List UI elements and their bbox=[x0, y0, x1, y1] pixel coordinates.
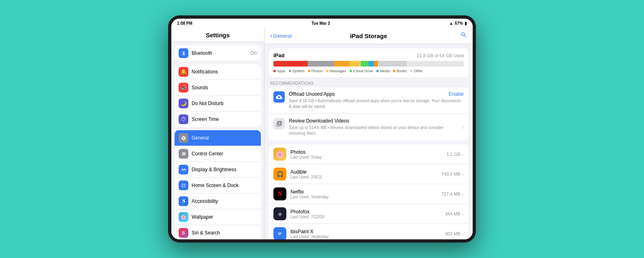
storage-used-text: 21.8 GB of 64 GB Used bbox=[417, 53, 464, 58]
sidebar-item-notifications[interactable]: 🔔 Notifications bbox=[175, 64, 261, 80]
storage-bar bbox=[273, 61, 464, 67]
display-icon: AA bbox=[179, 165, 188, 174]
sidebar-section-alerts: 🔔 Notifications 🔊 Sounds 🌙 bbox=[175, 64, 261, 127]
legend-icloud: iCloud Drive bbox=[350, 69, 373, 73]
sidebar-section-bluetooth: Bluetooth On bbox=[175, 45, 261, 61]
sidebar-item-wallpaper[interactable]: 🌸 Wallpaper bbox=[175, 209, 261, 225]
legend-dot-messages bbox=[326, 70, 328, 72]
sidebar-title: Settings bbox=[206, 32, 230, 39]
storage-legend: Apps System Photos bbox=[273, 69, 464, 73]
legend-apps: Apps bbox=[273, 69, 286, 73]
home-screen-icon: ⊡ bbox=[179, 181, 188, 190]
legend-dot-apps bbox=[273, 70, 276, 72]
status-date: Tue Mar 2 bbox=[311, 21, 330, 26]
siri-icon: S bbox=[179, 228, 188, 238]
photos-app-info: Photos Last Used: Today bbox=[290, 149, 446, 159]
photos-app-icon: 🌸 bbox=[273, 148, 286, 161]
videos-content: Review Downloaded Videos Save up to 514.… bbox=[289, 118, 459, 136]
app-row-netflix[interactable]: N Netflix Last Used: Yesterday 727.4 MB … bbox=[269, 184, 469, 204]
sidebar-item-display[interactable]: AA Display & Brightness bbox=[175, 162, 261, 178]
accessibility-label: Accessibility bbox=[192, 198, 257, 204]
screen-time-label: Screen Time bbox=[192, 116, 257, 122]
videos-title: Review Downloaded Videos bbox=[289, 118, 349, 124]
photofox-app-arrow-icon: › bbox=[462, 211, 464, 217]
audible-app-arrow-icon: › bbox=[462, 171, 464, 177]
app-row-photos[interactable]: 🌸 Photos Last Used: Today 1.1 GB › bbox=[269, 144, 469, 164]
netflix-app-date: Last Used: Yesterday bbox=[290, 195, 441, 199]
battery-icon: ▮ bbox=[465, 21, 467, 26]
sidebar-item-general[interactable]: General bbox=[175, 130, 261, 146]
right-panel: ‹ General iPad Storage iPad 21.8 GB of 6… bbox=[264, 28, 473, 239]
photofox-app-info: Photofox Last Used: 7/22/20 bbox=[290, 209, 445, 219]
storage-device-name: iPad bbox=[273, 52, 284, 58]
rec-offload: Offload Unused Apps Enable Save 4.18 GB … bbox=[269, 87, 469, 114]
netflix-app-name: Netflix bbox=[290, 189, 441, 195]
offload-title-row: Offload Unused Apps Enable bbox=[289, 91, 464, 97]
rec-videos[interactable]: Review Downloaded Videos Save up to 514.… bbox=[269, 114, 469, 140]
sidebar-item-do-not-disturb[interactable]: 🌙 Do Not Disturb bbox=[175, 96, 261, 112]
ipad-screen: 1:08 PM Tue Mar 2 ▲ 67% ▮ Settings bbox=[171, 19, 473, 239]
videos-title-row: Review Downloaded Videos bbox=[289, 118, 459, 124]
audible-app-icon: 🎧 bbox=[273, 168, 286, 181]
back-button[interactable]: ‹ General bbox=[270, 32, 292, 39]
app-row-photofox[interactable]: ◈ Photofox Last Used: 7/22/20 344 MB › bbox=[269, 204, 469, 224]
notifications-icon: 🔔 bbox=[179, 67, 188, 77]
netflix-app-info: Netflix Last Used: Yesterday bbox=[290, 189, 441, 199]
sidebar-item-screen-time[interactable]: ⏱ Screen Time bbox=[175, 112, 261, 127]
audible-app-info: Audible Last Used: 2/9/21 bbox=[290, 169, 441, 179]
sidebar-item-siri[interactable]: S Siri & Search bbox=[175, 225, 261, 239]
offload-enable-button[interactable]: Enable bbox=[449, 91, 464, 97]
photofox-app-date: Last Used: 7/22/20 bbox=[290, 215, 445, 219]
sidebar-item-accessibility[interactable]: ♿ Accessibility bbox=[175, 194, 261, 209]
videos-desc: Save up to 514.5 MB • Review downloaded … bbox=[289, 125, 459, 136]
app-row-audible[interactable]: 🎧 Audible Last Used: 2/9/21 743.3 MB › bbox=[269, 164, 469, 184]
sidebar-item-bluetooth[interactable]: Bluetooth On bbox=[175, 45, 261, 61]
bar-media bbox=[369, 61, 374, 67]
screen-time-icon: ⏱ bbox=[179, 114, 188, 124]
search-button[interactable] bbox=[461, 32, 467, 40]
legend-books: Books bbox=[393, 69, 407, 73]
offload-content: Offload Unused Apps Enable Save 4.18 GB … bbox=[289, 91, 464, 110]
recommendations-label: RECOMMENDATIONS bbox=[270, 81, 469, 86]
recommendations-card: Offload Unused Apps Enable Save 4.18 GB … bbox=[269, 87, 469, 140]
ibispaint-app-date: Last Used: Yesterday bbox=[290, 234, 445, 239]
sidebar-item-home-screen[interactable]: ⊡ Home Screen & Dock bbox=[175, 178, 261, 194]
audible-app-size: 743.3 MB bbox=[441, 172, 461, 176]
display-label: Display & Brightness bbox=[192, 167, 257, 172]
legend-dot-photos bbox=[308, 70, 310, 72]
general-icon bbox=[179, 133, 188, 143]
sidebar-item-sounds[interactable]: 🔊 Sounds bbox=[175, 80, 261, 96]
bar-icloud bbox=[361, 61, 369, 67]
audible-app-name: Audible bbox=[290, 169, 441, 175]
sidebar-section-settings: General ⊞ Control Center AA Display & Br… bbox=[175, 130, 261, 239]
bar-system bbox=[308, 61, 335, 67]
legend-dot-other bbox=[410, 70, 412, 72]
app-row-ibispaint[interactable]: iP ibisPaint X Last Used: Yesterday 303 … bbox=[269, 224, 469, 239]
right-panel-title: iPad Storage bbox=[350, 32, 387, 39]
netflix-app-icon: N bbox=[273, 187, 286, 200]
wifi-icon: ▲ bbox=[449, 21, 453, 26]
wallpaper-icon: 🌸 bbox=[179, 212, 188, 222]
photofox-app-size: 344 MB bbox=[445, 211, 461, 216]
wallpaper-label: Wallpaper bbox=[192, 214, 257, 220]
netflix-app-size: 727.4 MB bbox=[441, 191, 461, 196]
sidebar-item-control-center[interactable]: ⊞ Control Center bbox=[175, 146, 261, 162]
notifications-label: Notifications bbox=[192, 69, 257, 75]
bar-apps bbox=[273, 61, 308, 67]
legend-messages: Messages bbox=[326, 69, 346, 73]
netflix-app-arrow-icon: › bbox=[462, 191, 464, 197]
legend-system: System bbox=[289, 69, 305, 73]
bar-photos bbox=[334, 61, 350, 67]
legend-dot-media bbox=[376, 70, 379, 72]
offload-desc: Save 4.18 GB • Automatically offload unu… bbox=[289, 98, 464, 110]
ibispaint-app-info: ibisPaint X Last Used: Yesterday bbox=[290, 229, 445, 239]
ibispaint-app-name: ibisPaint X bbox=[290, 229, 445, 234]
status-time: 1:08 PM bbox=[177, 21, 192, 26]
sidebar: Settings Bluetooth On bbox=[171, 28, 264, 239]
ibispaint-app-arrow-icon: › bbox=[462, 231, 464, 237]
ibispaint-app-icon: iP bbox=[273, 227, 286, 239]
right-header: ‹ General iPad Storage bbox=[264, 28, 473, 44]
ipad-device: 1:08 PM Tue Mar 2 ▲ 67% ▮ Settings bbox=[168, 15, 476, 243]
main-content: Settings Bluetooth On bbox=[171, 28, 473, 239]
bluetooth-value: On bbox=[250, 50, 257, 56]
